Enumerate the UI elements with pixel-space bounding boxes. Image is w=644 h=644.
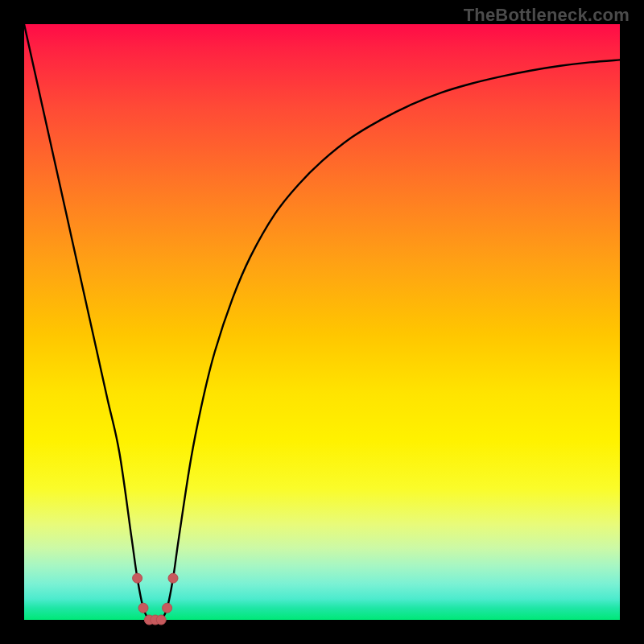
curve-marker: [163, 603, 172, 613]
curve-marker: [138, 603, 148, 613]
watermark-text: TheBottleneck.com: [464, 5, 630, 26]
curve-marker: [168, 573, 178, 583]
curve-layer: [24, 24, 620, 620]
bottleneck-curve: [24, 24, 620, 621]
plot-area: [24, 24, 620, 620]
chart-frame: TheBottleneck.com: [0, 0, 644, 644]
curve-markers: [133, 573, 178, 625]
curve-marker: [133, 573, 142, 583]
curve-marker: [156, 615, 166, 625]
